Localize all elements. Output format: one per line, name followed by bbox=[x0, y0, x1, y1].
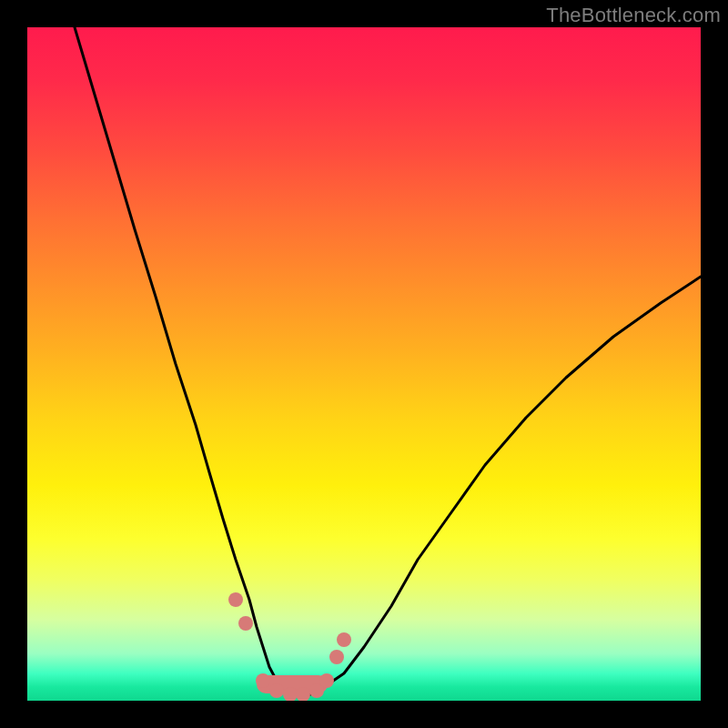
outer-frame: TheBottleneck.com bbox=[0, 0, 728, 728]
watermark-text: TheBottleneck.com bbox=[546, 4, 721, 27]
curve-path bbox=[75, 27, 701, 694]
plot-area bbox=[27, 27, 701, 701]
bottleneck-curve bbox=[27, 27, 701, 701]
